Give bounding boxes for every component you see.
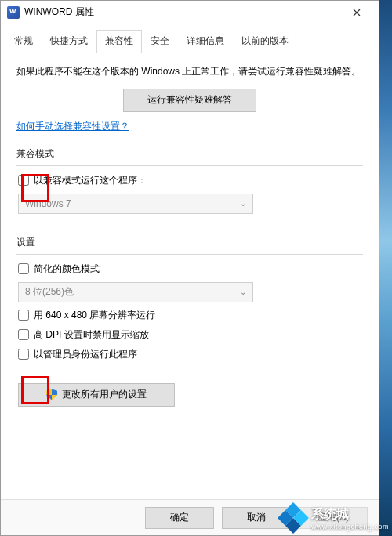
uac-shield-icon — [46, 389, 57, 400]
close-button[interactable] — [341, 2, 372, 24]
compat-mode-group: 兼容模式 以兼容模式运行这个程序： Windows 7 ⌄ — [16, 147, 363, 214]
change-all-users-label: 更改所有用户的设置 — [62, 388, 147, 401]
divider — [16, 165, 363, 166]
tabstrip: 常规 快捷方式 兼容性 安全 详细信息 以前的版本 — [1, 24, 379, 53]
reduced-color-label: 简化的颜色模式 — [34, 263, 100, 276]
tab-content: 如果此程序不能在这个版本的 Windows 上正常工作，请尝试运行兼容性疑难解答… — [1, 53, 379, 499]
chevron-down-icon: ⌄ — [240, 199, 246, 208]
tab-security[interactable]: 安全 — [142, 30, 178, 53]
tab-shortcut[interactable]: 快捷方式 — [42, 30, 96, 53]
close-icon — [353, 9, 361, 16]
os-select-value: Windows 7 — [25, 198, 71, 209]
os-select[interactable]: Windows 7 ⌄ — [18, 194, 253, 214]
ok-button[interactable]: 确定 — [145, 507, 214, 529]
intro-text: 如果此程序不能在这个版本的 Windows 上正常工作，请尝试运行兼容性疑难解答… — [16, 64, 363, 79]
titlebar: WINWORD 属性 — [1, 1, 379, 24]
run-compat-label: 以兼容模式运行这个程序： — [34, 174, 147, 187]
dialog-button-row: 确定 取消 应用(A) — [1, 499, 379, 535]
compat-mode-title: 兼容模式 — [16, 147, 363, 161]
disable-dpi-row[interactable]: 高 DPI 设置时禁用显示缩放 — [16, 328, 363, 342]
manual-settings-link[interactable]: 如何手动选择兼容性设置？ — [16, 120, 129, 133]
run-640-row[interactable]: 用 640 x 480 屏幕分辨率运行 — [16, 309, 363, 322]
tab-details[interactable]: 详细信息 — [178, 30, 233, 53]
desktop-background-strip — [378, 0, 392, 536]
tab-compatibility[interactable]: 兼容性 — [96, 30, 142, 53]
change-all-users-button[interactable]: 更改所有用户的设置 — [18, 383, 175, 407]
disable-dpi-label: 高 DPI 设置时禁用显示缩放 — [34, 328, 149, 342]
divider — [16, 254, 363, 255]
disable-dpi-checkbox[interactable] — [18, 329, 29, 340]
run-admin-label: 以管理员身份运行此程序 — [34, 348, 137, 361]
reduced-color-checkbox[interactable] — [18, 263, 29, 274]
run-admin-checkbox[interactable] — [18, 349, 29, 360]
color-select-value: 8 位(256)色 — [25, 285, 74, 299]
cancel-button[interactable]: 取消 — [222, 507, 291, 529]
run-compat-row[interactable]: 以兼容模式运行这个程序： — [16, 174, 363, 187]
run-640-checkbox[interactable] — [18, 310, 29, 321]
window-title: WINWORD 属性 — [24, 5, 341, 19]
color-select[interactable]: 8 位(256)色 ⌄ — [18, 282, 253, 302]
apply-button[interactable]: 应用(A) — [299, 507, 368, 529]
word-app-icon — [7, 6, 20, 19]
troubleshoot-button[interactable]: 运行兼容性疑难解答 — [123, 89, 256, 112]
run-compat-checkbox[interactable] — [18, 175, 29, 186]
chevron-down-icon: ⌄ — [240, 288, 246, 296]
tab-general[interactable]: 常规 — [5, 30, 42, 53]
reduced-color-row[interactable]: 简化的颜色模式 — [16, 263, 363, 276]
properties-dialog: WINWORD 属性 常规 快捷方式 兼容性 安全 详细信息 以前的版本 如果此… — [0, 0, 379, 536]
tab-previous-versions[interactable]: 以前的版本 — [233, 30, 297, 53]
settings-title: 设置 — [16, 236, 363, 249]
settings-group: 设置 简化的颜色模式 8 位(256)色 ⌄ 用 640 x 480 屏幕分辨率… — [16, 236, 363, 361]
run-admin-row[interactable]: 以管理员身份运行此程序 — [16, 348, 363, 361]
run-640-label: 用 640 x 480 屏幕分辨率运行 — [34, 309, 155, 322]
